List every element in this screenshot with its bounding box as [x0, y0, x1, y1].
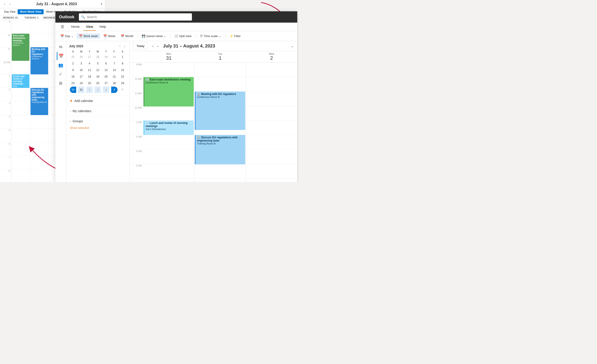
mini-day[interactable]: 12 [94, 67, 101, 73]
chevron-down-icon: ⌄ [71, 34, 73, 38]
add-calendar-section: ✚ Add calendar [66, 96, 129, 106]
show-selected-link[interactable]: Show selected [69, 124, 126, 130]
mini-day[interactable]: 5 [119, 87, 126, 93]
toolbar-timescale-btn[interactable]: ⏱ Time scale ⌄ [197, 33, 223, 39]
mini-day[interactable]: 5 [94, 60, 101, 67]
tab-work-week-view[interactable]: Work Week View [18, 9, 44, 14]
toolbar-week-btn[interactable]: 📅 Week [101, 33, 118, 39]
mini-day[interactable]: 25 [86, 80, 93, 86]
cal-day-header-tue: Tue 1 [194, 51, 246, 62]
nav-view[interactable]: View [83, 23, 96, 31]
search-bar[interactable]: 🔍 [79, 13, 192, 21]
mini-day[interactable]: 23 [70, 80, 76, 86]
mini-day[interactable]: 30 [111, 54, 118, 60]
mini-cal-nav[interactable]: ↑ ↓ [118, 44, 126, 48]
outlook-panel: Outlook 🔍 ☰ Home View Help 📅 Day ⌄ 📅 Wor… [55, 11, 297, 182]
add-calendar-item[interactable]: ✚ Add calendar [69, 98, 126, 104]
sidebar-icon-calendar[interactable]: 📅 [57, 52, 65, 60]
cal-prev-btn[interactable]: ‹ [150, 43, 155, 49]
mini-day[interactable]: 11 [86, 67, 93, 73]
mini-day-aug2[interactable]: 2 [94, 87, 101, 93]
mini-day[interactable]: 3 [78, 60, 84, 67]
cal-event-distributors[interactable]: 🏢 East-coast distributors meeting Confer… [143, 77, 194, 106]
mini-day[interactable]: 28 [111, 80, 118, 86]
toolbar-month-btn[interactable]: 📅 Month [118, 33, 136, 39]
search-input[interactable] [87, 15, 190, 19]
toolbar-workweek-btn[interactable]: 📅 Work week [77, 33, 100, 39]
mini-day[interactable]: 29 [103, 54, 109, 60]
cal-event-eu-engineering[interactable]: 🏢 Discuss EU regulations with engineerin… [195, 135, 245, 164]
mini-day[interactable]: 27 [103, 80, 109, 86]
sidebar-icon-mail[interactable]: ✉ [57, 43, 65, 51]
mini-cal-title[interactable]: July 2023 [69, 44, 83, 48]
cal-nav-row: Today ‹ › July 31 – August 4, 2023 ⌄ [130, 41, 297, 51]
bg-cal-dropdown-icon[interactable]: ▾ [101, 2, 102, 6]
mini-day[interactable]: 28 [94, 54, 101, 60]
cal-event-lunch[interactable]: 🍴 Lunch and review of morning meetings S… [143, 120, 194, 135]
prev-btn[interactable]: ‹ [3, 2, 7, 6]
cal-day-header-wed: Wed 2 [246, 51, 297, 62]
hamburger-button[interactable]: ☰ [59, 24, 66, 30]
sidebar-icon-tasks[interactable]: ✓ [57, 70, 65, 78]
mini-day[interactable]: 26 [78, 54, 84, 60]
sidebar-icon-apps[interactable]: ⊞ [57, 79, 65, 87]
mini-day[interactable]: 9 [70, 67, 76, 73]
mini-cal-grid: S M T W T F S 25 26 27 28 29 [69, 50, 126, 93]
bg-day-mon: MONDAY, 31 [0, 16, 21, 19]
mini-day[interactable]: 4 [86, 60, 93, 67]
mini-day[interactable]: 6 [103, 60, 109, 67]
cal-next-btn[interactable]: › [156, 43, 160, 49]
mini-day-31[interactable]: 31 [78, 87, 84, 93]
mini-day[interactable]: 18 [86, 73, 93, 80]
mini-day-aug1[interactable]: 1 [86, 87, 93, 93]
cal-date-dropdown-icon[interactable]: ⌄ [291, 44, 294, 48]
cal-event-eu-regulators[interactable]: 🏢 Meeting with EU regulators Conference … [195, 92, 245, 130]
tab-day-view[interactable]: Day View [2, 9, 18, 14]
mini-day-range-end[interactable]: 4 [111, 87, 118, 93]
mini-day[interactable]: 19 [94, 73, 101, 80]
mini-cal-down[interactable]: ↓ [123, 44, 126, 48]
mini-day[interactable]: 15 [119, 67, 126, 73]
bg-event-eu-engineering[interactable]: Discuss EU regulations with engineering … [31, 88, 48, 115]
toolbar-splitview-btn[interactable]: ⬜ Split view [172, 33, 194, 39]
mini-day[interactable]: 25 [70, 54, 76, 60]
mini-day[interactable]: 17 [78, 73, 84, 80]
workweek-icon: 📅 [79, 34, 83, 38]
mini-day[interactable]: 16 [70, 73, 76, 80]
mini-day[interactable]: 7 [111, 60, 118, 67]
mini-day[interactable]: 1 [119, 54, 126, 60]
bg-event-lunch[interactable]: Lunch and review of morning meetings; Sa… [12, 74, 29, 88]
nav-help[interactable]: Help [97, 23, 109, 31]
mini-day[interactable]: 13 [103, 67, 109, 73]
mini-day-aug3[interactable]: 3 [103, 87, 109, 93]
splitview-icon: ⬜ [174, 34, 178, 38]
bg-event-eu-regulators[interactable]: Meeting with EU regulators; Conference R… [31, 47, 48, 74]
mini-day[interactable]: 21 [111, 73, 118, 80]
toolbar-savedviews-btn[interactable]: 💾 Saved views ⌄ [140, 33, 168, 39]
groups-expand[interactable]: › Groups [69, 118, 126, 124]
mini-day[interactable]: 2 [70, 60, 76, 67]
next-btn[interactable]: › [8, 2, 12, 6]
mini-day[interactable]: 24 [78, 80, 84, 86]
mini-day[interactable]: 26 [94, 80, 101, 86]
mini-day[interactable]: 29 [119, 80, 126, 86]
cal-day-header-mon: Mon 31 [143, 51, 194, 62]
bg-cal-nav[interactable]: ‹ › [3, 2, 12, 6]
today-button[interactable]: Today [133, 43, 148, 49]
mini-day[interactable]: 14 [111, 67, 118, 73]
mini-day[interactable]: 8 [119, 60, 126, 67]
my-calendars-expand[interactable]: › My calendars [69, 108, 126, 114]
toolbar-day-btn[interactable]: 📅 Day ⌄ [58, 33, 76, 39]
bg-event-distributors[interactable]: East-coast distributors meeting; Confere… [12, 34, 29, 61]
week-icon: 📅 [103, 34, 107, 38]
mini-day-range-start[interactable]: 30 [70, 87, 76, 93]
mini-day[interactable]: 10 [78, 67, 84, 73]
mini-day[interactable]: 27 [86, 54, 93, 60]
mini-day[interactable]: 22 [119, 73, 126, 80]
nav-home[interactable]: Home [69, 23, 82, 31]
mini-day[interactable]: 20 [103, 73, 109, 80]
toolbar-filter-btn[interactable]: ⚡ Filter [228, 33, 243, 39]
sidebar-icon-people[interactable]: 👥 [57, 61, 65, 69]
mini-cal-header: July 2023 ↑ ↓ [69, 44, 126, 48]
mini-cal-up[interactable]: ↑ [118, 44, 122, 48]
